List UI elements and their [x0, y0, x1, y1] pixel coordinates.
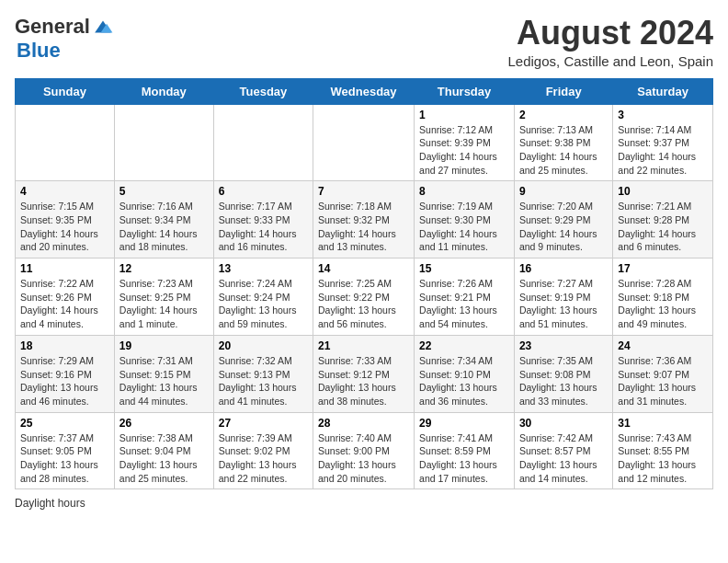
calendar-table: SundayMondayTuesdayWednesdayThursdayFrid… — [15, 78, 713, 490]
calendar-cell: 18Sunrise: 7:29 AMSunset: 9:16 PMDayligh… — [16, 335, 115, 412]
calendar-header-monday: Monday — [114, 78, 213, 104]
calendar-cell: 9Sunrise: 7:20 AMSunset: 9:29 PMDaylight… — [514, 181, 612, 259]
calendar-cell: 27Sunrise: 7:39 AMSunset: 9:02 PMDayligh… — [213, 412, 313, 489]
day-info: Sunrise: 7:42 AMSunset: 8:57 PMDaylight:… — [519, 431, 608, 486]
title-area: August 2024 Ledigos, Castille and Leon, … — [508, 15, 714, 69]
footer-note: Daylight hours — [15, 497, 713, 510]
calendar-cell — [16, 104, 115, 181]
day-info: Sunrise: 7:13 AMSunset: 9:38 PMDaylight:… — [519, 123, 608, 178]
calendar-cell: 30Sunrise: 7:42 AMSunset: 8:57 PMDayligh… — [514, 412, 612, 489]
day-number: 30 — [519, 417, 608, 430]
calendar-week-1: 1Sunrise: 7:12 AMSunset: 9:39 PMDaylight… — [16, 104, 713, 181]
calendar-cell: 20Sunrise: 7:32 AMSunset: 9:13 PMDayligh… — [213, 335, 313, 412]
day-number: 15 — [419, 262, 509, 275]
day-number: 25 — [20, 417, 109, 430]
day-info: Sunrise: 7:19 AMSunset: 9:30 PMDaylight:… — [419, 200, 509, 254]
calendar-cell: 6Sunrise: 7:17 AMSunset: 9:33 PMDaylight… — [213, 181, 313, 259]
day-info: Sunrise: 7:15 AMSunset: 9:35 PMDaylight:… — [20, 200, 109, 254]
day-info: Sunrise: 7:12 AMSunset: 9:39 PMDaylight:… — [419, 123, 509, 178]
calendar-week-2: 4Sunrise: 7:15 AMSunset: 9:35 PMDaylight… — [16, 181, 713, 259]
day-info: Sunrise: 7:32 AMSunset: 9:13 PMDaylight:… — [219, 354, 308, 408]
calendar-cell: 21Sunrise: 7:33 AMSunset: 9:12 PMDayligh… — [313, 335, 415, 412]
logo-icon — [92, 16, 114, 38]
day-info: Sunrise: 7:39 AMSunset: 9:02 PMDaylight:… — [219, 431, 308, 486]
calendar-cell: 13Sunrise: 7:24 AMSunset: 9:24 PMDayligh… — [213, 259, 313, 336]
calendar-cell: 7Sunrise: 7:18 AMSunset: 9:32 PMDaylight… — [313, 181, 415, 259]
calendar-body: 1Sunrise: 7:12 AMSunset: 9:39 PMDaylight… — [16, 104, 713, 489]
day-info: Sunrise: 7:31 AMSunset: 9:15 PMDaylight:… — [119, 354, 209, 408]
day-number: 10 — [618, 185, 708, 198]
location-title: Ledigos, Castille and Leon, Spain — [508, 53, 714, 69]
day-number: 23 — [519, 339, 608, 352]
day-number: 2 — [519, 109, 608, 121]
day-info: Sunrise: 7:41 AMSunset: 8:59 PMDaylight:… — [419, 431, 509, 486]
calendar-cell — [313, 104, 415, 181]
calendar-header-tuesday: Tuesday — [213, 78, 313, 104]
calendar-cell: 3Sunrise: 7:14 AMSunset: 9:37 PMDaylight… — [613, 104, 713, 181]
day-info: Sunrise: 7:35 AMSunset: 9:08 PMDaylight:… — [519, 354, 608, 408]
day-number: 13 — [219, 262, 308, 275]
calendar-week-4: 18Sunrise: 7:29 AMSunset: 9:16 PMDayligh… — [16, 335, 713, 412]
calendar-week-3: 11Sunrise: 7:22 AMSunset: 9:26 PMDayligh… — [16, 259, 713, 336]
day-info: Sunrise: 7:40 AMSunset: 9:00 PMDaylight:… — [318, 431, 409, 486]
calendar-cell: 25Sunrise: 7:37 AMSunset: 9:05 PMDayligh… — [16, 412, 115, 489]
day-info: Sunrise: 7:24 AMSunset: 9:24 PMDaylight:… — [219, 277, 308, 331]
calendar-cell — [114, 104, 213, 181]
day-info: Sunrise: 7:20 AMSunset: 9:29 PMDaylight:… — [519, 200, 608, 254]
day-number: 28 — [318, 417, 409, 430]
day-number: 11 — [20, 262, 109, 275]
day-info: Sunrise: 7:23 AMSunset: 9:25 PMDaylight:… — [119, 277, 209, 331]
calendar-cell: 31Sunrise: 7:43 AMSunset: 8:55 PMDayligh… — [613, 412, 713, 489]
calendar-cell: 28Sunrise: 7:40 AMSunset: 9:00 PMDayligh… — [313, 412, 415, 489]
day-number: 20 — [219, 339, 308, 352]
day-number: 18 — [20, 339, 109, 352]
day-number: 3 — [618, 109, 708, 121]
day-number: 19 — [119, 339, 209, 352]
calendar-cell: 4Sunrise: 7:15 AMSunset: 9:35 PMDaylight… — [16, 181, 115, 259]
calendar-cell: 14Sunrise: 7:25 AMSunset: 9:22 PMDayligh… — [313, 259, 415, 336]
day-number: 26 — [119, 417, 209, 430]
day-info: Sunrise: 7:14 AMSunset: 9:37 PMDaylight:… — [618, 123, 708, 178]
logo-blue: Blue — [17, 39, 61, 63]
calendar-week-5: 25Sunrise: 7:37 AMSunset: 9:05 PMDayligh… — [16, 412, 713, 489]
calendar-cell — [213, 104, 313, 181]
day-info: Sunrise: 7:34 AMSunset: 9:10 PMDaylight:… — [419, 354, 509, 408]
day-info: Sunrise: 7:37 AMSunset: 9:05 PMDaylight:… — [20, 431, 109, 486]
calendar-header-row: SundayMondayTuesdayWednesdayThursdayFrid… — [16, 78, 713, 104]
day-number: 27 — [219, 417, 308, 430]
calendar-cell: 29Sunrise: 7:41 AMSunset: 8:59 PMDayligh… — [415, 412, 515, 489]
calendar-cell: 8Sunrise: 7:19 AMSunset: 9:30 PMDaylight… — [415, 181, 515, 259]
logo: General Blue — [15, 15, 114, 63]
calendar-cell: 24Sunrise: 7:36 AMSunset: 9:07 PMDayligh… — [613, 335, 713, 412]
logo-general: General — [15, 15, 90, 39]
calendar-header-friday: Friday — [514, 78, 612, 104]
day-info: Sunrise: 7:16 AMSunset: 9:34 PMDaylight:… — [119, 200, 209, 254]
calendar-cell: 1Sunrise: 7:12 AMSunset: 9:39 PMDaylight… — [415, 104, 515, 181]
calendar-cell: 26Sunrise: 7:38 AMSunset: 9:04 PMDayligh… — [114, 412, 213, 489]
day-number: 6 — [219, 185, 308, 198]
day-number: 1 — [419, 109, 509, 121]
day-info: Sunrise: 7:43 AMSunset: 8:55 PMDaylight:… — [618, 431, 708, 486]
calendar-header-sunday: Sunday — [16, 78, 115, 104]
day-info: Sunrise: 7:18 AMSunset: 9:32 PMDaylight:… — [318, 200, 409, 254]
calendar-cell: 16Sunrise: 7:27 AMSunset: 9:19 PMDayligh… — [514, 259, 612, 336]
day-info: Sunrise: 7:22 AMSunset: 9:26 PMDaylight:… — [20, 277, 109, 331]
calendar-cell: 17Sunrise: 7:28 AMSunset: 9:18 PMDayligh… — [613, 259, 713, 336]
calendar-cell: 23Sunrise: 7:35 AMSunset: 9:08 PMDayligh… — [514, 335, 612, 412]
calendar-cell: 22Sunrise: 7:34 AMSunset: 9:10 PMDayligh… — [415, 335, 515, 412]
day-number: 24 — [618, 339, 708, 352]
calendar-cell: 11Sunrise: 7:22 AMSunset: 9:26 PMDayligh… — [16, 259, 115, 336]
calendar-cell: 15Sunrise: 7:26 AMSunset: 9:21 PMDayligh… — [415, 259, 515, 336]
day-info: Sunrise: 7:21 AMSunset: 9:28 PMDaylight:… — [618, 200, 708, 254]
day-info: Sunrise: 7:36 AMSunset: 9:07 PMDaylight:… — [618, 354, 708, 408]
day-number: 12 — [119, 262, 209, 275]
day-number: 14 — [318, 262, 409, 275]
day-number: 22 — [419, 339, 509, 352]
day-number: 4 — [20, 185, 109, 198]
day-number: 31 — [618, 417, 708, 430]
daylight-label: Daylight hours — [15, 497, 85, 510]
day-info: Sunrise: 7:38 AMSunset: 9:04 PMDaylight:… — [119, 431, 209, 486]
day-number: 8 — [419, 185, 509, 198]
day-info: Sunrise: 7:29 AMSunset: 9:16 PMDaylight:… — [20, 354, 109, 408]
day-number: 7 — [318, 185, 409, 198]
